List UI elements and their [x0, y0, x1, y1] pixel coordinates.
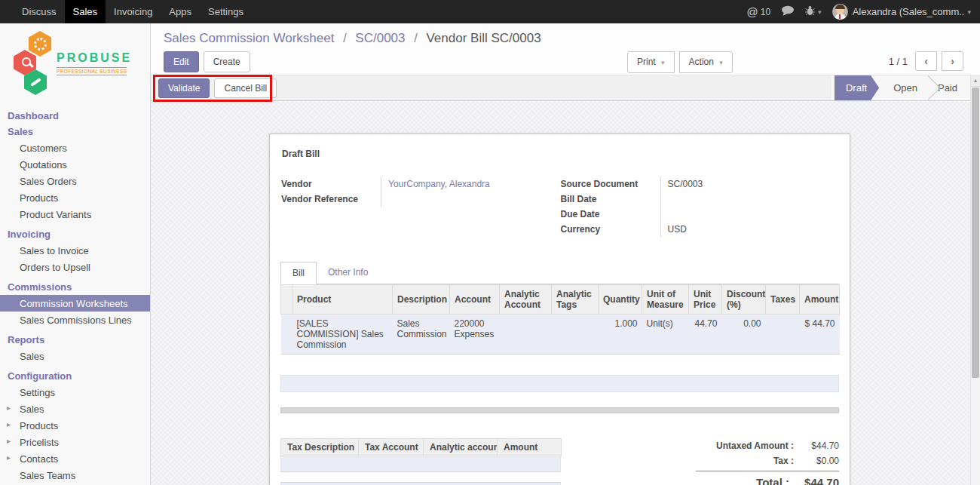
bill-date-value: [660, 192, 840, 207]
sidebar-item-reports-sales[interactable]: Sales: [0, 348, 150, 364]
breadcrumb-sc0003[interactable]: SC/0003: [355, 31, 405, 45]
mentions-button[interactable]: @ 10: [747, 5, 771, 18]
currency-label: Currency: [560, 222, 660, 237]
sidebar-heading-sales[interactable]: Sales: [0, 124, 150, 140]
scrollbar-thumb[interactable]: [972, 87, 979, 378]
handle-column-header: [281, 285, 292, 315]
col-analytic-tags: Analytic Tags: [552, 285, 599, 315]
statusbar: Validate Cancel Bill Draft Open Paid: [151, 75, 970, 101]
due-date-label: Due Date: [560, 207, 660, 222]
caret-down-icon: ▾: [719, 59, 723, 66]
debug-menu-button[interactable]: ▾: [805, 5, 822, 18]
scroll-up-icon[interactable]: ▲: [971, 75, 980, 87]
sidebar-item-config-contacts[interactable]: ▸Contacts: [0, 450, 150, 467]
sidebar-heading-configuration[interactable]: Configuration: [0, 368, 150, 384]
sidebar-item-product-variants[interactable]: Product Variants: [0, 206, 150, 223]
action-label: Action: [689, 57, 714, 67]
sidebar-item-settings[interactable]: Settings: [0, 384, 150, 401]
menu-sales[interactable]: Sales: [65, 0, 106, 23]
vendor-reference-value: [381, 192, 534, 207]
cell-taxes: [766, 315, 800, 355]
chevron-right-icon: ▸: [7, 453, 11, 462]
sidebar-item-config-pricelists[interactable]: ▸Pricelists: [0, 434, 150, 450]
horizontal-scrollbar[interactable]: [280, 407, 839, 413]
caret-down-icon: ▾: [818, 8, 822, 16]
vendor-label: Vendor: [280, 177, 381, 192]
bill-date-label: Bill Date: [560, 192, 660, 207]
messages-button[interactable]: [781, 5, 795, 19]
logo-title: PROBUSE: [57, 51, 132, 65]
col-product: Product: [292, 285, 393, 315]
totals-divider: [696, 471, 839, 471]
breadcrumb-worksheet[interactable]: Sales Commission Worksheet: [164, 31, 334, 45]
tax-value: $0.00: [794, 453, 839, 468]
total-value: $44.70: [789, 473, 839, 485]
sidebar-item-config-products[interactable]: ▸Products: [0, 417, 150, 434]
chevron-left-icon: ‹: [924, 55, 928, 67]
logo-subtitle: PROFESSIONAL BUSINESS: [57, 67, 127, 75]
col-unit-of-measure: Unit of Measure: [642, 285, 689, 315]
col-account: Account: [450, 285, 500, 315]
sidebar-heading-reports[interactable]: Reports: [0, 332, 150, 348]
content-area: Draft Bill Vendor YourCompany, Alexandra…: [151, 101, 970, 485]
sidebar-item-quotations[interactable]: Quotations: [0, 156, 150, 173]
sidebar-item-orders-to-upsell[interactable]: Orders to Upsell: [0, 259, 150, 275]
menu-apps[interactable]: Apps: [161, 0, 200, 23]
edit-button[interactable]: Edit: [164, 51, 199, 72]
col-tax-amount: Amount: [498, 439, 562, 456]
cell-amount: $ 44.70: [800, 315, 840, 355]
sidebar-item-sales-teams[interactable]: Sales Teams: [0, 467, 150, 483]
tab-other-info[interactable]: Other Info: [317, 262, 379, 284]
control-panel: Sales Commission Worksheet / SC/0003 / V…: [151, 23, 980, 75]
chevron-right-icon: ▸: [7, 420, 11, 428]
breadcrumb-separator: /: [414, 32, 417, 45]
sidebar-item-commission-worksheets[interactable]: Commission Worksheets: [0, 295, 150, 312]
form-sheet: Draft Bill Vendor YourCompany, Alexandra…: [269, 134, 850, 485]
vertical-scrollbar[interactable]: ▲: [970, 75, 980, 485]
sidebar-item-customers[interactable]: Customers: [0, 140, 150, 156]
lines-header-row: Product Description Account Analytic Acc…: [281, 285, 840, 315]
chevron-right-icon: ›: [951, 55, 954, 67]
sidebar-item-products[interactable]: Products: [0, 189, 150, 206]
chat-icon: [781, 5, 795, 19]
create-button[interactable]: Create: [204, 51, 250, 72]
menu-invoicing[interactable]: Invoicing: [106, 0, 161, 23]
total-label: Total :: [756, 473, 789, 485]
field-group: Vendor YourCompany, Alexandra Vendor Ref…: [280, 177, 839, 237]
totals-block: Untaxed Amount : $44.70 Tax : $0.00 Tota…: [696, 438, 839, 485]
status-draft[interactable]: Draft: [835, 75, 879, 100]
action-button[interactable]: Action ▾: [679, 51, 733, 73]
sidebar-item-config-sales[interactable]: ▸Sales: [0, 401, 150, 417]
pager-previous-button[interactable]: ‹: [915, 51, 937, 71]
tab-bill[interactable]: Bill: [280, 262, 317, 284]
vendor-value-link[interactable]: YourCompany, Alexandra: [388, 179, 490, 189]
handle-cell: [281, 315, 292, 355]
due-date-value: [660, 207, 840, 222]
cell-analytic-account: [500, 315, 552, 355]
user-menu[interactable]: Alexandra (Sales_comm.. ▾: [832, 4, 971, 20]
sidebar-item-label: Pricelists: [20, 437, 59, 448]
sidebar-item-label: Sales: [20, 404, 44, 415]
sidebar-heading-dashboard[interactable]: Dashboard: [0, 108, 150, 124]
sidebar-heading-commissions[interactable]: Commissions: [0, 279, 150, 295]
currency-value: USD: [660, 222, 840, 237]
gear-icon: [34, 38, 47, 51]
empty-line-row: [280, 375, 839, 392]
cell-product: [SALES COMMISSION] Sales Commission: [292, 315, 393, 355]
menu-discuss[interactable]: Discuss: [14, 0, 65, 23]
validate-button[interactable]: Validate: [158, 78, 210, 98]
sidebar-item-sales-orders[interactable]: Sales Orders: [0, 173, 150, 189]
invoice-line-row[interactable]: [SALES COMMISSION] Sales Commission Sale…: [281, 315, 840, 355]
cell-uom: Unit(s): [642, 315, 689, 355]
sidebar-item-sales-commissions-lines[interactable]: Sales Commissions Lines: [0, 312, 150, 328]
form-title: Draft Bill: [282, 149, 839, 159]
pager-next-button[interactable]: ›: [942, 51, 963, 71]
cancel-bill-button[interactable]: Cancel Bill: [214, 78, 277, 98]
menu-settings[interactable]: Settings: [200, 0, 252, 23]
sidebar-heading-invoicing[interactable]: Invoicing: [0, 226, 150, 242]
user-name: Alexandra (Sales_comm..: [853, 6, 965, 17]
print-button[interactable]: Print ▾: [627, 51, 675, 73]
col-tax-description: Tax Description: [281, 439, 359, 456]
sidebar-item-sales-to-invoice[interactable]: Sales to Invoice: [0, 242, 150, 259]
mentions-count: 10: [761, 7, 770, 17]
